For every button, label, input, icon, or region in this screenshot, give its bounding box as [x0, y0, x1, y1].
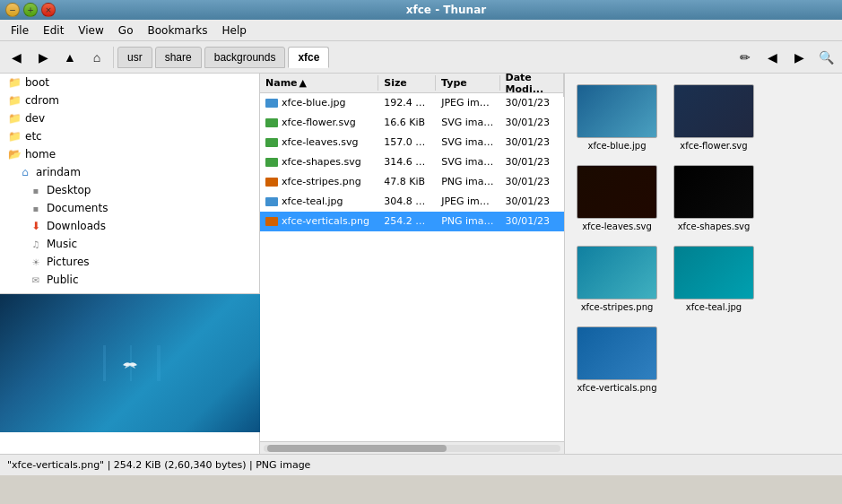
sidebar-item-boot[interactable]: 📁 boot [0, 74, 259, 91]
search-button[interactable]: 🔍 [813, 45, 838, 70]
table-row[interactable]: xfce-verticals.png 254.2 KiB PNG image 3… [260, 212, 564, 231]
breadcrumb-xfce[interactable]: xfce [288, 47, 329, 68]
col-header-name[interactable]: Name ▲ [260, 75, 378, 91]
file-type: SVG image [436, 135, 499, 149]
thumbnail-image [673, 165, 754, 219]
thumbnail-image [577, 246, 657, 300]
file-size: 304.8 KiB [378, 195, 436, 208]
table-row[interactable]: xfce-leaves.svg 157.0 KiB SVG image 30/0… [260, 133, 564, 152]
col-header-type[interactable]: Type [436, 75, 499, 91]
sidebar-item-music[interactable]: ♫ Music [0, 235, 259, 253]
breadcrumb-usr[interactable]: usr [117, 47, 152, 68]
table-row[interactable]: xfce-teal.jpg 304.8 KiB JPEG image 30/01… [260, 192, 564, 212]
file-type-icon [265, 99, 278, 108]
music-icon: ♫ [29, 237, 43, 251]
thumbnail-label: xfce-stripes.png [581, 302, 654, 312]
thumbnail-label: xfce-leaves.svg [582, 222, 652, 231]
thumbnail-label: xfce-verticals.png [577, 383, 656, 393]
file-type-icon [265, 217, 278, 226]
thumbnail-pane[interactable]: xfce-blue.jpg xfce-flower.svg xfce-leave… [564, 74, 842, 454]
menu-file[interactable]: File [4, 22, 36, 39]
documents-icon: ▪ [29, 201, 43, 215]
table-row[interactable]: xfce-blue.jpg 192.4 KiB JPEG image 30/01… [260, 93, 564, 113]
sidebar-item-arindam[interactable]: ⌂ arindam [0, 163, 259, 181]
thumbnail-item[interactable]: xfce-flower.svg [669, 81, 759, 154]
edit-path-button[interactable]: ✏ [733, 45, 758, 70]
thumbnail-item[interactable]: xfce-teal.jpg [669, 242, 759, 316]
sidebar-item-cdrom[interactable]: 📁 cdrom [0, 91, 259, 109]
close-button[interactable]: × [41, 3, 56, 17]
file-list-header: Name ▲ Size Type Date Modi... [260, 74, 564, 93]
preview-image [76, 345, 184, 381]
thumbnail-item[interactable]: xfce-leaves.svg [572, 161, 662, 235]
file-list-body[interactable]: xfce-blue.jpg 192.4 KiB JPEG image 30/01… [260, 93, 564, 441]
menu-view[interactable]: View [71, 22, 110, 39]
menu-help[interactable]: Help [215, 22, 254, 39]
back-button[interactable]: ◀ [4, 45, 29, 70]
sidebar-item-desktop[interactable]: ▪ Desktop [0, 181, 259, 199]
table-row[interactable]: xfce-shapes.svg 314.6 KiB SVG image 30/0… [260, 152, 564, 172]
sidebar-label: Music [47, 238, 77, 250]
file-date: 30/01/23 [500, 96, 564, 109]
minimize-button[interactable]: − [5, 3, 20, 17]
preview-pane [0, 293, 260, 432]
horizontal-scrollbar[interactable] [260, 441, 564, 454]
thumbnail-image [673, 84, 754, 138]
sidebar: 📁 boot 📁 cdrom 📁 dev 📁 etc 📂 ho [0, 74, 260, 454]
file-date: 30/01/23 [500, 175, 564, 188]
svg-rect-2 [157, 345, 161, 381]
thumbnail-image [673, 246, 754, 300]
hscroll-thumb[interactable] [267, 445, 447, 452]
thumbnail-item[interactable]: xfce-blue.jpg [572, 81, 662, 154]
nav-left-button[interactable]: ◀ [760, 45, 785, 70]
table-row[interactable]: xfce-stripes.png 47.8 KiB PNG image 30/0… [260, 172, 564, 192]
breadcrumb-backgrounds[interactable]: backgrounds [204, 47, 286, 68]
sidebar-item-public[interactable]: ✉ Public [0, 271, 259, 289]
file-type: SVG image [436, 116, 499, 129]
file-size: 314.6 KiB [378, 155, 436, 169]
folder-icon: 📁 [7, 75, 22, 90]
table-row[interactable]: xfce-flower.svg 16.6 KiB SVG image 30/01… [260, 113, 564, 133]
up-button[interactable]: ▲ [57, 45, 82, 70]
file-type: JPEG image [436, 96, 499, 109]
sidebar-item-home[interactable]: 📂 home [0, 145, 259, 163]
sidebar-label: dev [25, 112, 45, 125]
sidebar-item-pictures[interactable]: ☀ Pictures [0, 253, 259, 271]
folder-icon: 📁 [7, 93, 22, 108]
maximize-button[interactable]: + [23, 3, 38, 17]
home-button[interactable]: ⌂ [84, 45, 109, 70]
file-type-icon [265, 197, 278, 206]
thumbnail-item[interactable]: xfce-shapes.svg [669, 161, 759, 235]
thumbnail-item[interactable]: xfce-stripes.png [572, 242, 662, 316]
sidebar-label: Pictures [47, 256, 90, 268]
file-type-icon [265, 118, 278, 127]
menu-edit[interactable]: Edit [36, 22, 71, 39]
menu-bookmarks[interactable]: Bookmarks [140, 22, 214, 39]
sidebar-item-downloads[interactable]: ⬇ Downloads [0, 217, 259, 235]
file-name: xfce-verticals.png [282, 215, 369, 227]
file-date: 30/01/23 [500, 116, 564, 129]
forward-button[interactable]: ▶ [30, 45, 56, 70]
sidebar-label: Documents [47, 202, 108, 214]
menu-go[interactable]: Go [111, 22, 141, 39]
col-header-size[interactable]: Size [378, 75, 436, 91]
statusbar-text: "xfce-verticals.png" | 254.2 KiB (2,60,3… [7, 459, 310, 471]
nav-right-button[interactable]: ▶ [786, 45, 812, 70]
thumbnail-label: xfce-shapes.svg [678, 222, 751, 231]
breadcrumb-share[interactable]: share [155, 47, 202, 68]
sidebar-label: boot [25, 76, 49, 89]
file-date: 30/01/23 [500, 195, 564, 208]
svg-rect-0 [103, 345, 106, 381]
sidebar-item-dev[interactable]: 📁 dev [0, 109, 259, 127]
thumbnail-image [577, 84, 657, 138]
sidebar-item-documents[interactable]: ▪ Documents [0, 199, 259, 217]
file-name: xfce-shapes.svg [282, 156, 361, 168]
hscroll-track [264, 445, 560, 452]
file-pane: Name ▲ Size Type Date Modi... xfce-blue.… [260, 74, 564, 454]
downloads-icon: ⬇ [29, 219, 43, 233]
thumbnail-item[interactable]: xfce-verticals.png [572, 323, 662, 396]
file-type: SVG image [436, 155, 499, 169]
file-size: 157.0 KiB [378, 135, 436, 149]
sidebar-item-etc[interactable]: 📁 etc [0, 127, 259, 145]
file-name: xfce-teal.jpg [282, 196, 343, 207]
